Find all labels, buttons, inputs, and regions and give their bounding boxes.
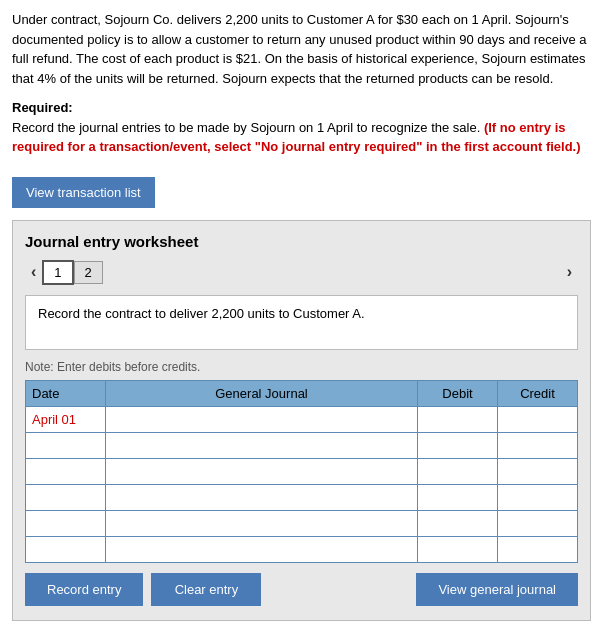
debit-cell-1[interactable] [418,432,498,458]
debit-input-2[interactable] [422,463,493,480]
credit-input-1[interactable] [502,437,573,454]
journal-input-2[interactable] [110,463,413,480]
header-general-journal: General Journal [106,380,418,406]
credit-input-2[interactable] [502,463,573,480]
date-cell-3 [26,484,106,510]
date-cell-0: April 01 [26,406,106,432]
debit-cell-3[interactable] [418,484,498,510]
instruction-box: Record the contract to deliver 2,200 uni… [25,295,578,350]
next-page-button[interactable]: › [561,261,578,283]
credit-input-4[interactable] [502,515,573,532]
credit-input-3[interactable] [502,489,573,506]
record-entry-button[interactable]: Record entry [25,573,143,606]
journal-cell-5[interactable] [106,536,418,562]
view-transaction-button[interactable]: View transaction list [12,177,155,208]
debit-cell-2[interactable] [418,458,498,484]
date-cell-1 [26,432,106,458]
journal-input-4[interactable] [110,515,413,532]
journal-cell-4[interactable] [106,510,418,536]
pagination: ‹ 1 2 › [25,260,578,285]
header-debit: Debit [418,380,498,406]
journal-cell-3[interactable] [106,484,418,510]
worksheet-title: Journal entry worksheet [25,233,578,250]
debit-input-5[interactable] [422,541,493,558]
table-row [26,510,578,536]
journal-input-1[interactable] [110,437,413,454]
credit-cell-1[interactable] [498,432,578,458]
credit-cell-4[interactable] [498,510,578,536]
page-1-button[interactable]: 1 [42,260,73,285]
debit-input-4[interactable] [422,515,493,532]
credit-cell-3[interactable] [498,484,578,510]
journal-input-3[interactable] [110,489,413,506]
no-entry-instruction: (If no entry is required for a transacti… [12,120,581,155]
date-cell-4 [26,510,106,536]
credit-cell-2[interactable] [498,458,578,484]
instruction-text: Record the contract to deliver 2,200 uni… [38,306,365,321]
table-row [26,458,578,484]
journal-input-5[interactable] [110,541,413,558]
required-label: Required: [12,100,73,115]
header-date: Date [26,380,106,406]
date-cell-2 [26,458,106,484]
debit-cell-0[interactable] [418,406,498,432]
debit-cell-4[interactable] [418,510,498,536]
view-general-journal-button[interactable]: View general journal [416,573,578,606]
journal-input-0[interactable] [110,411,413,428]
date-cell-5 [26,536,106,562]
debit-input-1[interactable] [422,437,493,454]
page-2-button[interactable]: 2 [74,261,103,284]
required-section: Required: Record the journal entries to … [12,98,591,157]
table-row [26,432,578,458]
table-row: April 01 [26,406,578,432]
journal-cell-2[interactable] [106,458,418,484]
description-text: Under contract, Sojourn Co. delivers 2,2… [12,10,591,88]
note-text: Note: Enter debits before credits. [25,360,578,374]
prev-page-button[interactable]: ‹ [25,261,42,283]
journal-cell-0[interactable] [106,406,418,432]
clear-entry-button[interactable]: Clear entry [151,573,261,606]
journal-table: Date General Journal Debit Credit April … [25,380,578,563]
table-header-row: Date General Journal Debit Credit [26,380,578,406]
credit-input-5[interactable] [502,541,573,558]
main-content: Under contract, Sojourn Co. delivers 2,2… [0,0,603,621]
debit-input-0[interactable] [422,411,493,428]
worksheet-container: Journal entry worksheet ‹ 1 2 › Record t… [12,220,591,621]
credit-cell-0[interactable] [498,406,578,432]
journal-cell-1[interactable] [106,432,418,458]
bottom-buttons: Record entry Clear entry View general jo… [25,573,578,606]
table-row [26,484,578,510]
table-row [26,536,578,562]
header-credit: Credit [498,380,578,406]
credit-input-0[interactable] [502,411,573,428]
debit-cell-5[interactable] [418,536,498,562]
credit-cell-5[interactable] [498,536,578,562]
debit-input-3[interactable] [422,489,493,506]
